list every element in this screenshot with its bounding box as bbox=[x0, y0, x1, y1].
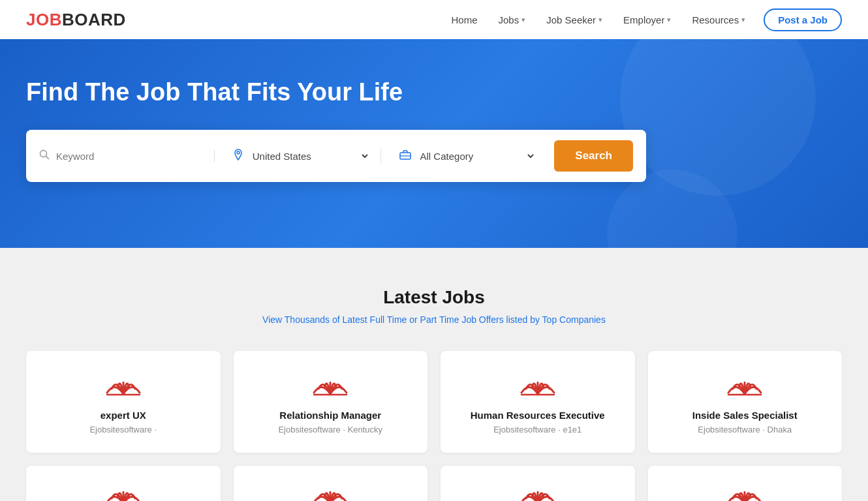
jobs-section-title: Latest Jobs bbox=[26, 287, 842, 308]
nav-home[interactable]: Home bbox=[443, 9, 485, 31]
company-logo-icon bbox=[520, 374, 555, 398]
job-title: Relationship Manager bbox=[279, 410, 381, 421]
company-logo-icon bbox=[106, 484, 141, 501]
category-select[interactable]: All Category Technology Marketing Financ… bbox=[418, 150, 536, 162]
job-meta: Ejobsitesoftware · Kentucky bbox=[278, 425, 382, 434]
company-logo-icon bbox=[520, 484, 555, 501]
location-select[interactable]: United States Canada United Kingdom Aust… bbox=[250, 150, 370, 162]
search-button[interactable]: Search bbox=[554, 140, 633, 172]
keyword-field-wrapper bbox=[39, 149, 215, 162]
job-card-partial[interactable] bbox=[26, 466, 221, 501]
job-title: Human Resources Executive bbox=[471, 410, 605, 421]
jobs-grid-row2 bbox=[26, 466, 842, 501]
main-nav: Home Jobs▾ Job Seeker▾ Employer▾ Resourc… bbox=[443, 8, 842, 31]
svg-point-2 bbox=[237, 151, 240, 154]
job-card[interactable]: Human Resources Executive Ejobsitesoftwa… bbox=[441, 351, 635, 453]
nav-employer[interactable]: Employer▾ bbox=[615, 9, 679, 31]
svg-line-1 bbox=[46, 157, 49, 159]
jobs-chevron-icon: ▾ bbox=[521, 16, 525, 24]
job-card-partial[interactable] bbox=[234, 466, 428, 501]
company-logo-icon bbox=[313, 484, 348, 501]
company-logo-icon bbox=[106, 374, 141, 398]
category-field-wrapper: All Category Technology Marketing Financ… bbox=[389, 149, 547, 162]
job-title: expert UX bbox=[101, 410, 146, 421]
hero-title: Find The Job That Fits Your Life bbox=[26, 78, 483, 106]
job-card-partial[interactable] bbox=[648, 466, 843, 501]
job-card[interactable]: Relationship Manager Ejobsitesoftware · … bbox=[234, 351, 428, 453]
hero-section: Find The Job That Fits Your Life United … bbox=[0, 39, 868, 248]
job-seeker-chevron-icon: ▾ bbox=[598, 16, 602, 24]
logo[interactable]: JOBBOARD bbox=[26, 10, 126, 30]
company-logo-icon bbox=[727, 484, 762, 501]
location-pin-icon bbox=[233, 149, 243, 163]
nav-jobs[interactable]: Jobs▾ bbox=[491, 9, 534, 31]
job-title: Inside Sales Specialist bbox=[692, 410, 798, 421]
category-briefcase-icon bbox=[399, 149, 411, 162]
location-field-wrapper: United States Canada United Kingdom Aust… bbox=[223, 149, 381, 163]
search-keyword-icon bbox=[39, 149, 50, 162]
nav-job-seeker[interactable]: Job Seeker▾ bbox=[538, 9, 610, 31]
post-job-button[interactable]: Post a Job bbox=[764, 8, 842, 31]
jobs-grid-row1: expert UX Ejobsitesoftware · bbox=[26, 351, 842, 453]
job-meta: Ejobsitesoftware · Dhaka bbox=[698, 425, 792, 434]
job-meta: Ejobsitesoftware · bbox=[89, 425, 157, 434]
company-logo-icon bbox=[313, 374, 348, 398]
jobs-section-subtitle: View Thousands of Latest Full Time or Pa… bbox=[26, 314, 842, 325]
job-meta: Ejobsitesoftware · e1e1 bbox=[493, 425, 581, 434]
nav-resources[interactable]: Resources▾ bbox=[684, 9, 753, 31]
header: JOBBOARD Home Jobs▾ Job Seeker▾ Employer… bbox=[0, 0, 868, 39]
company-logo-icon bbox=[727, 374, 762, 398]
job-card[interactable]: Inside Sales Specialist Ejobsitesoftware… bbox=[648, 351, 843, 453]
resources-chevron-icon: ▾ bbox=[741, 16, 745, 24]
search-bar: United States Canada United Kingdom Aust… bbox=[26, 130, 646, 182]
logo-board: BOARD bbox=[62, 10, 126, 29]
keyword-input[interactable] bbox=[56, 151, 204, 162]
job-card[interactable]: expert UX Ejobsitesoftware · bbox=[26, 351, 221, 453]
jobs-section: Latest Jobs View Thousands of Latest Ful… bbox=[0, 248, 868, 501]
job-card-partial[interactable] bbox=[441, 466, 635, 501]
employer-chevron-icon: ▾ bbox=[667, 16, 671, 24]
logo-job: JOB bbox=[26, 10, 62, 29]
